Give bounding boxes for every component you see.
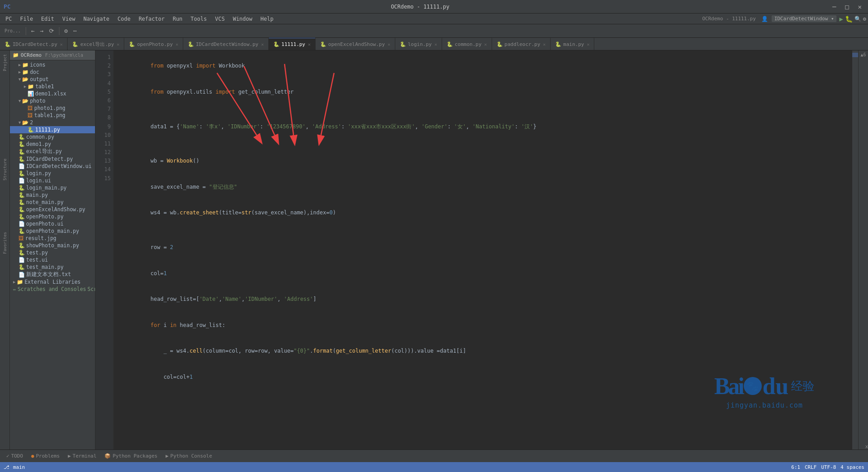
tree-item-demo1-py[interactable]: 🐍 demo1.py [10, 141, 95, 148]
tab-idcarddetectwindow[interactable]: 🐍 IDCardDetectWindow.py ✕ [183, 38, 269, 50]
tab-close-icon[interactable]: ✕ [543, 42, 546, 47]
tab-close-icon[interactable]: ✕ [176, 42, 178, 47]
tree-item-test-main[interactable]: 🐍 test_main.py [10, 263, 95, 271]
tree-item-demo1-xlsx[interactable]: 📊 demo1.xlsx [10, 90, 95, 97]
close-button[interactable]: ✕ [855, 2, 864, 11]
tab-python-packages[interactable]: 📦 Python Packages [101, 452, 161, 460]
tree-item-scratches[interactable]: ✏ Scratches and Consoles Scratches and C… [10, 286, 95, 293]
toolbar-refresh[interactable]: ⟳ [47, 27, 56, 35]
user-icon[interactable]: 👤 [761, 16, 768, 22]
minimize-button[interactable]: ─ [830, 2, 839, 11]
toolbar-forward[interactable]: → [38, 27, 45, 35]
tree-item-login-main-py[interactable]: 🐍 login_main.py [10, 184, 95, 191]
tree-item-idcarddetectwindow-ui[interactable]: 📄 IDCardDetectWindow.ui [10, 163, 95, 170]
menu-code[interactable]: Code [114, 15, 134, 23]
tree-item-login-py[interactable]: 🐍 login.py [10, 170, 95, 177]
run-button[interactable]: ▶ [839, 15, 843, 23]
tree-item-table1-png[interactable]: 🖼 table1.png [10, 112, 95, 119]
menu-navigate[interactable]: Navigate [80, 15, 113, 23]
code-line-13: for i in head_row_list: [118, 313, 847, 339]
tree-item-doc[interactable]: ▶ 📁 doc [10, 68, 95, 76]
tree-item-openexcelandshow[interactable]: 🐍 openExcelAndShow.py [10, 206, 95, 213]
settings-button[interactable]: ⚙ [863, 16, 866, 22]
tab-common[interactable]: 🐍 common.py ✕ [442, 38, 492, 50]
tree-item-note-main[interactable]: 🐍 note_main.py [10, 199, 95, 206]
menu-tools[interactable]: Tools [187, 15, 210, 23]
tab-login[interactable]: 🐍 login.py ✕ [395, 38, 442, 50]
tree-item-openphoto-main[interactable]: 🐍 openPhoto_main.py [10, 227, 95, 235]
run-config-dropdown[interactable]: IDCardDetectWindow ▾ [772, 15, 836, 22]
tree-item-excel-py[interactable]: 🐍 excel导出.py [10, 148, 95, 155]
line-col-info[interactable]: 6:1 [791, 464, 800, 470]
tab-close-icon[interactable]: ✕ [388, 42, 390, 47]
tab-close-icon[interactable]: ✕ [60, 42, 63, 47]
tab-problems[interactable]: ● Problems [27, 452, 63, 460]
tab-close-icon[interactable]: ✕ [308, 42, 311, 47]
tree-item-openphoto-ui[interactable]: 📄 openPhoto.ui [10, 220, 95, 227]
debug-button[interactable]: 🐛 [845, 15, 853, 23]
menu-window[interactable]: Window [229, 15, 256, 23]
menu-file[interactable]: File [16, 15, 36, 23]
tree-item-external-libs[interactable]: ▶ 📁 External Libraries [10, 278, 95, 286]
tab-python-console[interactable]: ▶ Python Console [162, 452, 216, 460]
tab-close-icon[interactable]: ✕ [587, 42, 589, 47]
tab-idcarddetect[interactable]: 🐍 IDCardDetect.py ✕ [0, 38, 68, 50]
line-numbers: 1 2 3 4 5 6 7 8 9 10 11 12 13 14 15 [95, 50, 113, 449]
toolbar-gear[interactable]: ⚙ [63, 27, 70, 35]
project-panel-toggle[interactable]: Project [2, 52, 8, 73]
toolbar-ellipsis[interactable]: ⋯ [72, 27, 79, 35]
tab-close-icon[interactable]: ✕ [484, 42, 487, 47]
tab-excel[interactable]: 🐍 excel导出.py ✕ [68, 38, 124, 50]
tree-item-output[interactable]: ▼ 📂 output [10, 76, 95, 83]
maximize-button[interactable]: □ [842, 2, 851, 11]
tab-close-icon[interactable]: ✕ [434, 42, 437, 47]
tab-todo[interactable]: ✓ TODO [3, 452, 27, 460]
tab-close-icon[interactable]: ✕ [261, 42, 264, 47]
tree-item-common-py[interactable]: 🐍 common.py [10, 133, 95, 141]
py-icon: 🐍 [18, 228, 25, 234]
tab-11111[interactable]: 🐍 11111.py ✕ [269, 38, 316, 50]
code-line-15: col=col+1 [118, 364, 847, 390]
tree-item-showphoto-main[interactable]: 🐍 showPhoto_main.py [10, 242, 95, 249]
menu-vcs[interactable]: VCS [211, 15, 228, 23]
menu-run[interactable]: Run [169, 15, 186, 23]
status-right: 6:1 CRLF UTF-8 4 spaces [791, 464, 864, 470]
menu-help[interactable]: Help [257, 15, 277, 23]
line-ending[interactable]: CRLF [805, 464, 817, 470]
tree-item-new-txt[interactable]: 📄 新建文本文档.txt [10, 271, 95, 278]
tab-openphoto[interactable]: 🐍 openPhoto.py ✕ [124, 38, 183, 50]
tree-item-idcarddetect-py[interactable]: 🐍 IDCardDetect.py [10, 155, 95, 163]
menu-view[interactable]: View [59, 15, 79, 23]
encoding[interactable]: UTF-8 [821, 464, 836, 470]
indent-info[interactable]: 4 spaces [841, 464, 864, 470]
tab-close-icon[interactable]: ✕ [117, 42, 119, 47]
toolbar-back[interactable]: ← [29, 27, 36, 35]
search-button[interactable]: 🔍 [854, 16, 861, 22]
menu-pc[interactable]: PC [2, 15, 15, 23]
line-num-10: 10 [95, 131, 111, 140]
tree-item-table1[interactable]: ▶ 📁 table1 [10, 83, 95, 90]
tree-item-test-ui[interactable]: 📄 test.ui [10, 256, 95, 263]
tab-main[interactable]: 🐍 main.py ✕ [551, 38, 594, 50]
tree-item-result-jpg[interactable]: 🖼 result.jpg [10, 235, 95, 242]
tree-item-folder-2[interactable]: ▼ 📂 2 [10, 119, 95, 126]
tab-openexcelandshow[interactable]: 🐍 openExcelAndShow.py ✕ [316, 38, 395, 50]
tab-terminal[interactable]: ▶ Terminal [64, 452, 100, 460]
py-icon: 🐍 [18, 206, 25, 213]
line-num-7: 7 [95, 105, 111, 113]
menu-edit[interactable]: Edit [37, 15, 58, 23]
tab-paddleocr[interactable]: 🐍 paddleocr.py ✕ [492, 38, 551, 50]
tree-item-test-py[interactable]: 🐍 test.py [10, 249, 95, 256]
favorites-panel-toggle[interactable]: Favorites [2, 230, 8, 256]
tree-item-login-ui[interactable]: 📄 login.ui [10, 177, 95, 184]
tree-item-11111-py[interactable]: 🐍 11111.py [10, 126, 95, 133]
menu-refactor[interactable]: Refactor [135, 15, 168, 23]
tree-item-openphoto-py[interactable]: 🐍 openPhoto.py [10, 213, 95, 220]
tree-item-photo1[interactable]: 🖼 photo1.png [10, 104, 95, 112]
scratches-label-text: Scratches and Consoles [87, 286, 95, 292]
tree-item-icons[interactable]: ▶ 📁 icons [10, 61, 95, 68]
tree-item-photo[interactable]: ▼ 📂 photo [10, 97, 95, 104]
tree-item-main-py[interactable]: 🐍 main.py [10, 191, 95, 199]
structure-panel-toggle[interactable]: Structure [2, 157, 8, 182]
code-editor[interactable]: from openpyxl import Workbook from openp… [113, 50, 852, 449]
